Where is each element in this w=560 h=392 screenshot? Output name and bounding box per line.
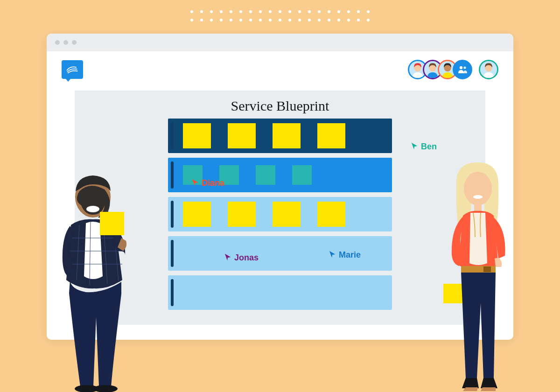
row-handle[interactable]	[171, 240, 174, 267]
row-handle[interactable]	[171, 279, 174, 306]
svg-point-7	[463, 66, 466, 69]
person-illustration-left	[43, 168, 148, 392]
person-illustration-right	[428, 159, 526, 392]
blueprint-row[interactable]	[168, 197, 392, 231]
collaborator-cursor: Diana	[191, 178, 224, 188]
blueprint-row[interactable]	[168, 275, 392, 310]
sticky-note[interactable]	[273, 123, 301, 148]
svg-rect-25	[483, 266, 491, 272]
sticky-note[interactable]	[183, 123, 211, 148]
user-avatar[interactable]	[479, 60, 498, 79]
collaborator-cursor: Jonas	[224, 253, 259, 263]
svg-point-6	[460, 66, 462, 69]
svg-point-21	[464, 172, 492, 205]
collaborator-list	[408, 60, 498, 79]
sticky-note[interactable]	[273, 202, 301, 227]
collaborator-cursor: Marie	[329, 250, 361, 260]
window-control-close[interactable]	[55, 40, 60, 45]
row-handle[interactable]	[171, 201, 174, 228]
app-logo-icon[interactable]	[62, 60, 83, 79]
collaborator-cursor: Ben	[411, 142, 437, 152]
background-dots	[190, 10, 370, 21]
sticky-note[interactable]	[292, 165, 312, 185]
canvas-title: Service Blueprint	[75, 91, 485, 119]
row-handle[interactable]	[171, 161, 174, 189]
blueprint-row[interactable]	[168, 119, 392, 153]
window-control-max[interactable]	[72, 40, 77, 45]
row-handle[interactable]	[171, 122, 174, 149]
sticky-note[interactable]	[317, 123, 345, 148]
more-collaborators-icon[interactable]	[453, 60, 472, 79]
sticky-note[interactable]	[317, 202, 345, 227]
svg-point-22	[473, 195, 483, 199]
window-control-min[interactable]	[63, 40, 68, 45]
svg-rect-23	[474, 203, 482, 212]
app-header	[47, 51, 513, 88]
window-titlebar	[47, 34, 513, 51]
svg-point-20	[93, 385, 118, 392]
sticky-note-held	[100, 212, 124, 235]
sticky-note[interactable]	[228, 123, 256, 148]
sticky-note[interactable]	[183, 202, 211, 227]
sticky-note[interactable]	[228, 202, 256, 227]
blueprint-grid	[168, 119, 392, 310]
svg-point-11	[86, 206, 99, 212]
sticky-note[interactable]	[256, 165, 275, 185]
